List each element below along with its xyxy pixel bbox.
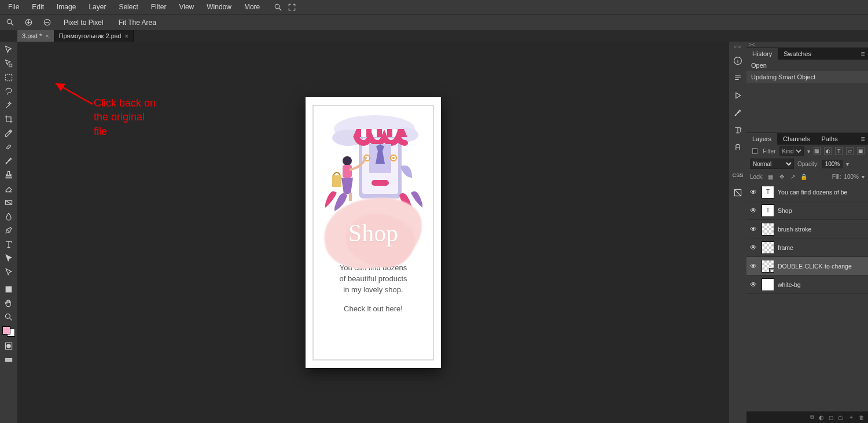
layer-filter-checkbox[interactable] (752, 148, 757, 154)
gradient-tool[interactable] (1, 196, 16, 209)
stamp-tool[interactable] (1, 168, 16, 182)
filter-pixel-icon[interactable]: ▩ (814, 147, 821, 155)
text-tool[interactable] (1, 237, 16, 251)
swatch-panel-icon[interactable] (731, 186, 745, 199)
direct-select-tool[interactable] (1, 265, 16, 279)
foreground-color-swatch[interactable] (2, 326, 10, 334)
document-canvas[interactable]: Shop You can find dozens of beautiful pr… (306, 97, 441, 368)
fit-area-button[interactable]: Fit The Area (114, 19, 161, 27)
shape-tool[interactable] (1, 282, 16, 296)
fullscreen-icon[interactable] (285, 1, 298, 13)
visibility-icon[interactable]: 👁 (749, 262, 758, 271)
visibility-icon[interactable]: 👁 (749, 206, 758, 215)
chevron-down-icon[interactable]: ▾ (846, 161, 849, 167)
visibility-icon[interactable]: 👁 (749, 225, 758, 234)
zoom-in-icon[interactable] (22, 16, 35, 29)
lock-all-icon[interactable]: 🔒 (800, 172, 808, 181)
layer-row[interactable]: 👁 white-bg (746, 275, 868, 294)
new-layer-icon[interactable]: ＋ (848, 413, 854, 421)
character-panel-icon[interactable] (731, 124, 745, 137)
lock-image-icon[interactable]: ↗ (789, 172, 797, 181)
path-select-tool[interactable] (1, 251, 16, 265)
css-panel-icon[interactable]: CSS (731, 169, 745, 182)
layer-mask-icon[interactable]: ◻ (829, 414, 833, 421)
menu-window[interactable]: Window (201, 1, 237, 13)
close-icon[interactable]: × (45, 32, 49, 39)
close-icon[interactable]: × (124, 32, 128, 39)
swatches-tab[interactable]: Swatches (778, 48, 817, 60)
lock-position-icon[interactable]: ✥ (778, 172, 786, 181)
menu-layer[interactable]: Layer (83, 1, 112, 13)
opacity-value[interactable]: 100% (822, 160, 843, 168)
menu-image[interactable]: Image (51, 1, 82, 13)
lock-pixels-icon[interactable]: ▦ (767, 172, 775, 181)
filter-text-icon[interactable]: T (835, 147, 843, 155)
screenmode-tool[interactable] (1, 353, 16, 367)
delete-layer-icon[interactable]: 🗑 (859, 414, 865, 421)
history-row[interactable]: Updating Smart Object (746, 71, 868, 83)
right-panels: >< History Swatches ≡ Open Updating Smar… (746, 42, 868, 423)
layers-tab[interactable]: Layers (746, 133, 777, 145)
crop-tool[interactable] (1, 112, 16, 126)
document-tab-2[interactable]: Прямоугольник 2.psd × (54, 30, 134, 42)
collapse-handle-icon[interactable]: <> (734, 44, 742, 50)
hand-tool[interactable] (1, 296, 16, 310)
filter-smart-icon[interactable]: ▣ (857, 147, 865, 155)
layer-row[interactable]: 👁 ▣ DOUBLE-CLICK-to-change (746, 257, 868, 275)
menu-more[interactable]: More (238, 1, 266, 13)
brushes-panel-icon[interactable] (731, 106, 745, 119)
eyedropper-tool[interactable] (1, 126, 16, 140)
move-tool[interactable] (1, 43, 16, 57)
visibility-icon[interactable]: 👁 (749, 187, 758, 197)
zoom-out-icon[interactable] (41, 16, 53, 29)
zoom-tool[interactable] (1, 310, 16, 324)
document-tab-1[interactable]: 3.psd * × (17, 30, 54, 42)
svg-rect-4 (9, 64, 12, 67)
layer-row[interactable]: 👁 frame (746, 238, 868, 257)
paragraph-panel-icon[interactable] (731, 72, 745, 84)
layer-row[interactable]: 👁 brush-stroke (746, 220, 868, 238)
wand-tool[interactable] (1, 98, 16, 112)
new-group-icon[interactable]: 🗀 (838, 414, 844, 421)
menu-view[interactable]: View (173, 1, 200, 13)
search-icon[interactable] (271, 1, 284, 13)
eraser-tool[interactable] (1, 182, 16, 196)
menu-edit[interactable]: Edit (26, 1, 50, 13)
pen-tool[interactable] (1, 223, 16, 237)
fill-value[interactable]: 100% (844, 174, 859, 180)
lasso-tool[interactable] (1, 84, 16, 98)
color-swatch[interactable] (2, 326, 15, 337)
history-row[interactable]: Open (746, 60, 868, 71)
brush-tool[interactable] (1, 154, 16, 168)
artboard-tool[interactable] (1, 57, 16, 71)
heal-tool[interactable] (1, 140, 16, 154)
visibility-icon[interactable]: 👁 (749, 280, 758, 289)
blend-mode-select[interactable]: Normal (750, 159, 794, 169)
layer-kind-select[interactable]: Kind (779, 146, 804, 156)
pixel-to-pixel-button[interactable]: Pixel to Pixel (59, 19, 108, 27)
info-panel-icon[interactable] (731, 54, 745, 67)
visibility-icon[interactable]: 👁 (749, 243, 758, 252)
paths-tab[interactable]: Paths (816, 133, 844, 145)
filter-shape-icon[interactable]: ▱ (846, 147, 854, 155)
quickmask-tool[interactable] (1, 339, 16, 353)
layer-style-icon[interactable]: ◐ (819, 414, 824, 421)
filter-adjust-icon[interactable]: ◐ (824, 147, 832, 155)
panel-menu-icon[interactable]: ≡ (858, 48, 868, 60)
layer-row[interactable]: 👁 T You can find dozens of be (746, 183, 868, 201)
panel-menu-icon[interactable]: ≡ (858, 133, 868, 145)
menu-filter[interactable]: Filter (145, 1, 172, 13)
link-layers-icon[interactable]: ⧉ (810, 414, 814, 421)
menu-file[interactable]: File (2, 1, 25, 13)
zoom-tool-icon[interactable] (3, 16, 16, 29)
menu-select[interactable]: Select (113, 1, 144, 13)
actions-panel-icon[interactable] (731, 89, 745, 102)
layer-row[interactable]: 👁 T Shop (746, 201, 868, 220)
marquee-tool[interactable] (1, 71, 16, 84)
history-tab[interactable]: History (746, 48, 778, 60)
chevron-down-icon[interactable]: ▾ (862, 174, 865, 180)
blur-tool[interactable] (1, 209, 16, 223)
canvas-area[interactable]: Shop You can find dozens of beautiful pr… (17, 42, 729, 423)
glyphs-panel-icon[interactable] (731, 141, 745, 154)
channels-tab[interactable]: Channels (777, 133, 815, 145)
